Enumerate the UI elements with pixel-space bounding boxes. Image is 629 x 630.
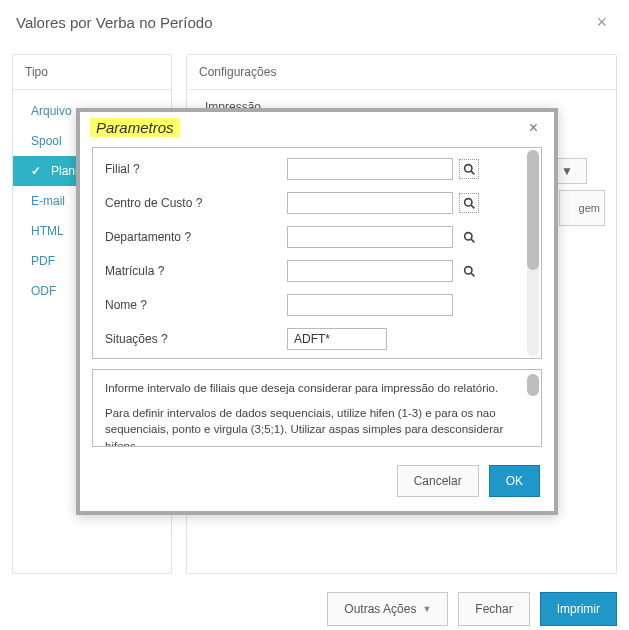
type-item-label: HTML — [31, 224, 64, 238]
form-label: Situações ? — [105, 332, 287, 346]
modal-close-icon[interactable]: × — [523, 119, 544, 137]
cancel-button[interactable]: Cancelar — [397, 465, 479, 497]
other-actions-button[interactable]: Outras Ações ▼ — [327, 592, 448, 626]
type-item-label: E-mail — [31, 194, 65, 208]
form-label: Centro de Custo ? — [105, 196, 287, 210]
type-item-label: Arquivo — [31, 104, 72, 118]
svg-point-0 — [464, 164, 471, 171]
form-row: Departamento ? — [105, 226, 535, 248]
help-line-2: Para definir intervalos de dados sequenc… — [105, 405, 527, 447]
chevron-down-icon: ▼ — [422, 604, 431, 614]
ok-button[interactable]: OK — [489, 465, 540, 497]
form-input[interactable] — [287, 192, 453, 214]
form-row: Centro de Custo ? — [105, 192, 535, 214]
type-item-label: ODF — [31, 284, 56, 298]
form-input[interactable] — [287, 328, 387, 350]
config-box-stub-text: gem — [579, 202, 600, 214]
cancel-button-label: Cancelar — [414, 474, 462, 488]
svg-line-7 — [471, 273, 474, 276]
parameters-modal: Parametros × Filial ?Centro de Custo ?De… — [76, 108, 558, 515]
close-icon[interactable]: × — [590, 12, 613, 33]
modal-title: Parametros — [90, 118, 180, 137]
config-panel-title: Configurações — [187, 55, 616, 90]
type-item-label: PDF — [31, 254, 55, 268]
chevron-down-icon: ▼ — [561, 164, 573, 178]
close-button[interactable]: Fechar — [458, 592, 529, 626]
form-row: Situações ? — [105, 328, 535, 350]
form-scroll-area: Filial ?Centro de Custo ?Departamento ?M… — [92, 147, 542, 359]
svg-point-6 — [464, 266, 471, 273]
svg-line-1 — [471, 171, 474, 174]
search-icon[interactable] — [459, 261, 479, 281]
type-item-label: Spool — [31, 134, 62, 148]
svg-point-2 — [464, 198, 471, 205]
other-actions-label: Outras Ações — [344, 602, 416, 616]
form-input[interactable] — [287, 158, 453, 180]
search-icon[interactable] — [459, 227, 479, 247]
search-icon[interactable] — [459, 159, 479, 179]
config-box-stub: gem — [559, 190, 605, 226]
svg-line-3 — [471, 205, 474, 208]
form-label: Departamento ? — [105, 230, 287, 244]
help-scrollbar-thumb[interactable] — [527, 374, 539, 396]
form-row: Filial ? — [105, 158, 535, 180]
form-input[interactable] — [287, 294, 453, 316]
svg-point-4 — [464, 232, 471, 239]
ok-button-label: OK — [506, 474, 523, 488]
help-line-1: Informe intervalo de filiais que deseja … — [105, 380, 527, 397]
page-title: Valores por Verba no Período — [16, 14, 213, 31]
scrollbar-thumb[interactable] — [527, 150, 539, 270]
form-row: Nome ? — [105, 294, 535, 316]
help-text-box: Informe intervalo de filiais que deseja … — [92, 369, 542, 447]
form-label: Nome ? — [105, 298, 287, 312]
print-button[interactable]: Imprimir — [540, 592, 617, 626]
type-panel-title: Tipo — [13, 55, 171, 90]
print-button-label: Imprimir — [557, 602, 600, 616]
form-row: Matrícula ? — [105, 260, 535, 282]
close-button-label: Fechar — [475, 602, 512, 616]
form-input[interactable] — [287, 260, 453, 282]
svg-line-5 — [471, 239, 474, 242]
form-label: Matrícula ? — [105, 264, 287, 278]
form-label: Filial ? — [105, 162, 287, 176]
form-input[interactable] — [287, 226, 453, 248]
search-icon[interactable] — [459, 193, 479, 213]
